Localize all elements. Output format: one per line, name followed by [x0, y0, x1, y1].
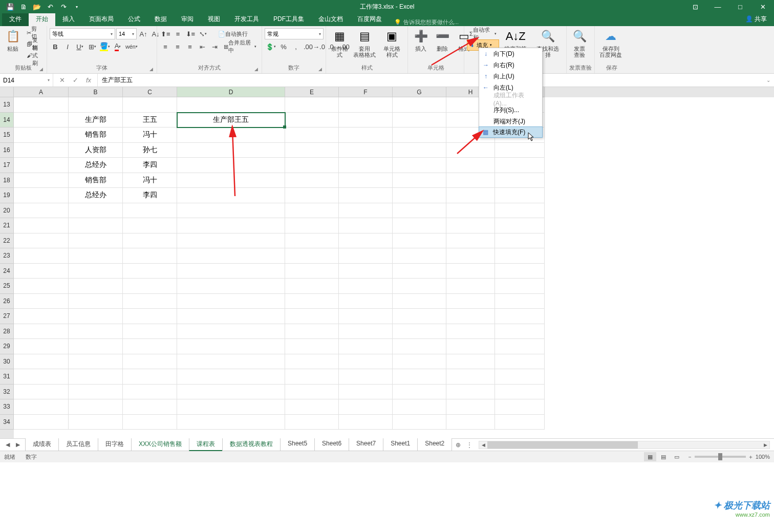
cell[interactable]: [339, 385, 393, 400]
cell[interactable]: [285, 415, 339, 430]
cell[interactable]: [14, 369, 69, 385]
cell[interactable]: [14, 415, 69, 430]
row-header[interactable]: 22: [0, 233, 14, 249]
cell[interactable]: [339, 415, 393, 430]
cell[interactable]: [177, 158, 285, 173]
cell[interactable]: [339, 113, 393, 128]
view-break-icon[interactable]: ▭: [671, 452, 683, 461]
cell[interactable]: 李四: [123, 158, 177, 173]
cell[interactable]: 生产部: [69, 113, 123, 128]
enter-icon[interactable]: ✓: [69, 75, 81, 86]
cell[interactable]: [495, 385, 545, 400]
cell[interactable]: [69, 264, 123, 279]
cell[interactable]: [123, 218, 177, 233]
sheet-tab[interactable]: 成绩表: [25, 438, 59, 451]
cell[interactable]: [285, 173, 339, 188]
cell[interactable]: [14, 309, 69, 324]
cell[interactable]: [14, 399, 69, 415]
percent-icon[interactable]: %: [278, 41, 289, 52]
cell[interactable]: 总经办: [69, 188, 123, 203]
cell[interactable]: [285, 188, 339, 203]
col-header[interactable]: F: [339, 87, 393, 97]
cell[interactable]: [339, 158, 393, 173]
cell[interactable]: [285, 369, 339, 385]
autosum-button[interactable]: Σ 自动求和 ▾: [467, 28, 499, 39]
sheet-tab[interactable]: Sheet5: [280, 438, 315, 451]
save-baidu-button[interactable]: ☁保存到 百度网盘: [597, 27, 624, 59]
cell[interactable]: [123, 294, 177, 309]
number-format-combo[interactable]: 常规▾: [265, 28, 324, 39]
cell[interactable]: [285, 339, 339, 354]
cell[interactable]: [339, 127, 393, 143]
cell[interactable]: [177, 339, 285, 354]
tab-file[interactable]: 文件: [2, 12, 29, 26]
cell[interactable]: [339, 143, 393, 158]
cell[interactable]: 王五: [123, 113, 177, 128]
cell[interactable]: [123, 97, 177, 113]
row-header[interactable]: 32: [0, 385, 14, 400]
row-header[interactable]: 19: [0, 188, 14, 203]
row-header[interactable]: 29: [0, 339, 14, 354]
sheet-tab[interactable]: Sheet1: [383, 438, 418, 451]
cell[interactable]: [393, 188, 446, 203]
merge-button[interactable]: ⊞ 合并后居中▾: [221, 41, 259, 52]
cell[interactable]: [177, 324, 285, 339]
cell[interactable]: [123, 385, 177, 400]
phonetic-button[interactable]: wén▾: [124, 41, 139, 52]
dialog-launcher-icon[interactable]: ◢: [149, 67, 153, 72]
cell[interactable]: [393, 173, 446, 188]
cell[interactable]: [446, 143, 495, 158]
increase-decimal-icon[interactable]: .00→.0: [303, 41, 326, 52]
cell[interactable]: [285, 233, 339, 249]
cell[interactable]: [495, 324, 545, 339]
font-name-combo[interactable]: 等线▾: [50, 28, 115, 39]
cell[interactable]: [14, 188, 69, 203]
accounting-icon[interactable]: 💲▾: [265, 41, 277, 52]
cell[interactable]: [393, 158, 446, 173]
cell[interactable]: [339, 188, 393, 203]
cell[interactable]: 冯十: [123, 173, 177, 188]
cell[interactable]: [446, 415, 495, 430]
fill-menu-item[interactable]: ↓向下(D): [479, 48, 542, 59]
redo-icon[interactable]: ↷: [57, 1, 70, 12]
align-top-icon[interactable]: ⬆≡: [160, 28, 171, 39]
cell[interactable]: [69, 218, 123, 233]
spreadsheet-grid[interactable]: ABCDEFGHI 131415161718192021222324252627…: [0, 87, 774, 438]
cell[interactable]: [446, 158, 495, 173]
row-header[interactable]: 24: [0, 264, 14, 279]
cell[interactable]: 生产部王五: [177, 113, 285, 128]
cell[interactable]: 李四: [123, 188, 177, 203]
align-bottom-icon[interactable]: ⬇≡: [185, 28, 197, 39]
view-layout-icon[interactable]: ▤: [657, 452, 670, 461]
cell[interactable]: [123, 233, 177, 249]
cell[interactable]: [495, 158, 545, 173]
cell[interactable]: [446, 203, 495, 219]
cell[interactable]: [177, 173, 285, 188]
tab-百度网盘[interactable]: 百度网盘: [350, 12, 389, 26]
cell[interactable]: [14, 248, 69, 264]
cell[interactable]: [446, 264, 495, 279]
sheet-tab[interactable]: 课程表: [189, 438, 223, 451]
cell[interactable]: [177, 127, 285, 143]
increase-indent-icon[interactable]: ⇥: [209, 41, 220, 52]
cell[interactable]: [285, 158, 339, 173]
cell[interactable]: [393, 127, 446, 143]
cell[interactable]: [495, 218, 545, 233]
maximize-icon[interactable]: □: [729, 0, 751, 13]
row-header[interactable]: 14: [0, 113, 14, 128]
formula-input[interactable]: 生产部王五: [98, 74, 763, 87]
decrease-indent-icon[interactable]: ⇤: [197, 41, 208, 52]
cell[interactable]: [14, 113, 69, 128]
cell[interactable]: [69, 324, 123, 339]
cell[interactable]: [393, 415, 446, 430]
col-header[interactable]: A: [14, 87, 69, 97]
cell[interactable]: [495, 233, 545, 249]
row-header[interactable]: 25: [0, 279, 14, 294]
cell[interactable]: [393, 203, 446, 219]
cell[interactable]: [495, 309, 545, 324]
cell[interactable]: 冯十: [123, 127, 177, 143]
cell[interactable]: [339, 97, 393, 113]
cell[interactable]: [285, 143, 339, 158]
format-table-button[interactable]: ▤套用 表格格式: [351, 27, 378, 59]
col-header[interactable]: E: [285, 87, 339, 97]
